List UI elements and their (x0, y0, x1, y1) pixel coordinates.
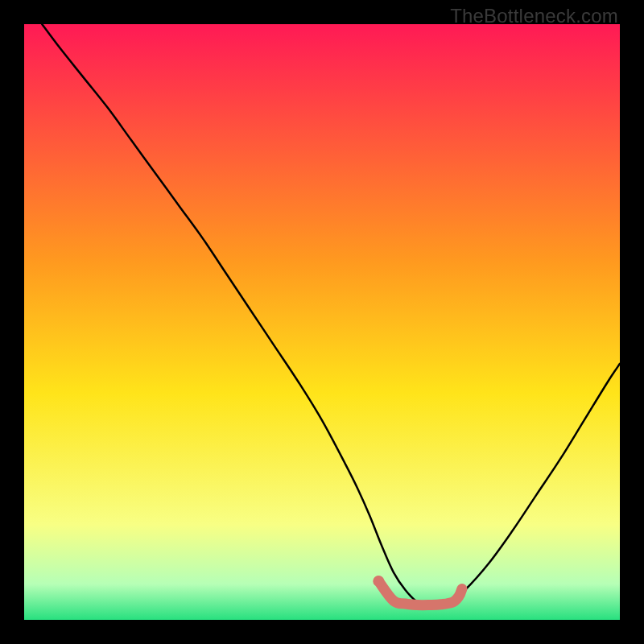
bottleneck-chart (24, 24, 620, 620)
gradient-background (24, 24, 620, 620)
optimal-start-dot (373, 576, 384, 587)
watermark-text: TheBottleneck.com (450, 5, 618, 27)
chart-frame: TheBottleneck.com (0, 0, 644, 644)
